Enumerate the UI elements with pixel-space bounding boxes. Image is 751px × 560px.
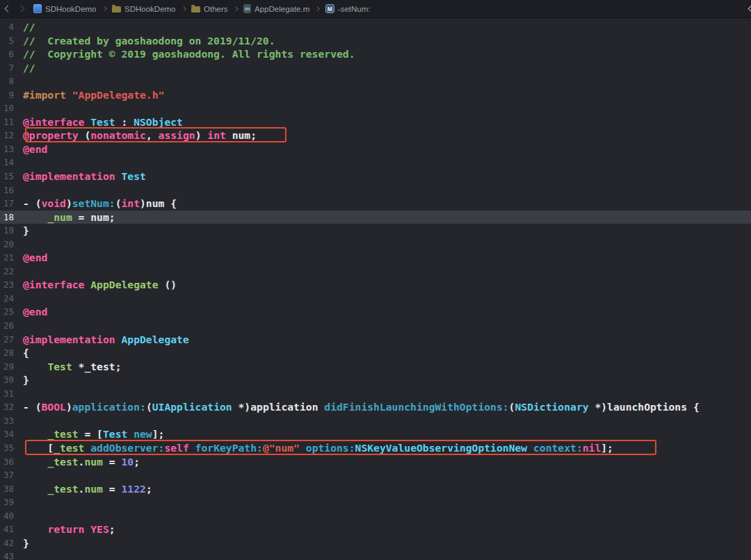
breadcrumb-separator-icon xyxy=(315,6,319,10)
code-line: 6// Copyright © 2019 gaoshaodong. All ri… xyxy=(0,47,751,61)
line-code: - (void)setNum:(int)num { xyxy=(23,197,177,211)
line-number: 5 xyxy=(0,34,14,48)
line-number: 39 xyxy=(0,495,14,509)
line-code: _num = num; xyxy=(23,211,115,224)
line-code: { xyxy=(23,346,29,360)
breadcrumb-label: -setNum: xyxy=(338,5,371,13)
line-code: @interface AppDelegate () xyxy=(23,278,177,292)
line-number: 37 xyxy=(0,468,14,482)
breadcrumb-label: SDHookDemo xyxy=(45,5,97,13)
breadcrumb-separator-icon xyxy=(181,6,186,10)
line-number: 24 xyxy=(0,292,14,306)
breadcrumb-item[interactable]: SDHookDemo xyxy=(112,5,176,13)
code-editor[interactable]: 4//5// Created by gaoshaodong on 2019/11… xyxy=(0,18,751,560)
line-code: _test = [Test new]; xyxy=(23,427,164,441)
line-number: 21 xyxy=(0,251,14,265)
xcode-window: SDHookDemoSDHookDemoOthersmAppDelegate.m… xyxy=(0,0,751,560)
line-code: _test.num = 1122; xyxy=(23,482,152,496)
code-line: 27@implementation AppDelegate xyxy=(0,333,751,347)
code-line: 28{ xyxy=(0,346,751,360)
code-line: 9#import "AppDelegate.h" xyxy=(0,88,751,102)
line-code: _test.num = 10; xyxy=(23,455,140,469)
breadcrumb-separator-icon xyxy=(234,6,238,10)
code-line: 7// xyxy=(0,61,751,75)
code-line: 35 [_test addObserver:self forKeyPath:@"… xyxy=(0,441,751,455)
line-number: 13 xyxy=(0,142,14,156)
line-code: Test *_test; xyxy=(23,360,122,374)
line-code: } xyxy=(23,373,29,387)
code-line: 20 xyxy=(0,238,751,252)
jump-bar: SDHookDemoSDHookDemoOthersmAppDelegate.m… xyxy=(0,0,751,18)
line-number: 35 xyxy=(0,441,14,455)
code-lines: 4//5// Created by gaoshaodong on 2019/11… xyxy=(0,20,751,560)
code-line: 17- (void)setNum:(int)num { xyxy=(0,197,751,211)
code-line: 21@end xyxy=(0,251,751,265)
line-code: @implementation Test xyxy=(23,170,146,183)
code-line: 43 xyxy=(0,550,751,560)
line-number: 17 xyxy=(0,197,14,211)
back-chevron-icon[interactable] xyxy=(5,6,12,13)
line-number: 12 xyxy=(0,129,14,142)
code-line: 31 xyxy=(0,387,751,401)
line-code: // xyxy=(23,20,35,34)
line-code: @implementation AppDelegate xyxy=(23,333,189,347)
line-number: 20 xyxy=(0,238,14,252)
line-number: 34 xyxy=(0,427,14,441)
code-line: 4// xyxy=(0,20,751,34)
line-code: return YES; xyxy=(23,522,115,536)
line-number: 43 xyxy=(0,550,14,560)
line-number: 7 xyxy=(0,61,14,75)
code-line: 12@property (nonatomic, assign) int num; xyxy=(0,129,751,142)
code-line: 26 xyxy=(0,319,751,333)
jump-bar-right-chevron-icon[interactable] xyxy=(748,6,751,13)
breadcrumb-label: AppDelegate.m xyxy=(255,5,309,13)
code-line: 34 _test = [Test new]; xyxy=(0,427,751,441)
breadcrumb-item[interactable]: SDHookDemo xyxy=(33,4,97,13)
line-code: } xyxy=(23,536,29,550)
code-line: 32- (BOOL)application:(UIApplication *)a… xyxy=(0,400,751,414)
line-number: 27 xyxy=(0,333,14,347)
line-number: 8 xyxy=(0,74,14,88)
line-number: 36 xyxy=(0,455,14,469)
line-code: @interface Test : NSObject xyxy=(23,115,183,129)
forward-chevron-icon[interactable] xyxy=(18,6,25,13)
line-number: 19 xyxy=(0,224,14,238)
code-line: 14 xyxy=(0,156,751,170)
line-code: // Created by gaoshaodong on 2019/11/20. xyxy=(23,34,275,48)
line-number: 25 xyxy=(0,305,14,319)
breadcrumb-item[interactable]: M-setNum: xyxy=(325,4,371,13)
line-number: 9 xyxy=(0,88,14,102)
line-code: @end xyxy=(23,142,47,156)
line-number: 40 xyxy=(0,509,14,523)
code-line: 8 xyxy=(0,74,751,88)
code-line: 22 xyxy=(0,265,751,279)
breadcrumb-item[interactable]: mAppDelegate.m xyxy=(243,4,309,13)
line-code: // xyxy=(23,61,35,75)
line-code: // Copyright © 2019 gaoshaodong. All rig… xyxy=(23,47,355,61)
code-line: 30} xyxy=(0,373,751,387)
code-line: 42} xyxy=(0,536,751,550)
breadcrumb-label: SDHookDemo xyxy=(124,5,176,13)
line-number: 41 xyxy=(0,522,14,536)
line-number: 22 xyxy=(0,265,14,279)
code-line: 16 xyxy=(0,183,751,197)
line-number: 18 xyxy=(0,211,14,224)
line-number: 42 xyxy=(0,536,14,550)
breadcrumb-item[interactable]: Others xyxy=(191,5,228,13)
breadcrumb-label: Others xyxy=(204,5,228,13)
line-code: - (BOOL)application:(UIApplication *)app… xyxy=(23,400,700,414)
folder-icon xyxy=(112,6,121,13)
line-code: @end xyxy=(23,305,47,319)
line-number: 32 xyxy=(0,400,14,414)
line-code: } xyxy=(23,224,29,238)
line-number: 23 xyxy=(0,278,14,292)
editor-nav-buttons xyxy=(6,6,24,11)
breadcrumb-separator-icon xyxy=(102,6,106,10)
line-code: [_test addObserver:self forKeyPath:@"num… xyxy=(23,441,613,455)
line-number: 33 xyxy=(0,414,14,428)
code-line: 15@implementation Test xyxy=(0,170,751,183)
line-number: 31 xyxy=(0,387,14,401)
code-line: 39 xyxy=(0,495,751,509)
line-code: @end xyxy=(23,251,47,265)
code-line: 24 xyxy=(0,292,751,306)
